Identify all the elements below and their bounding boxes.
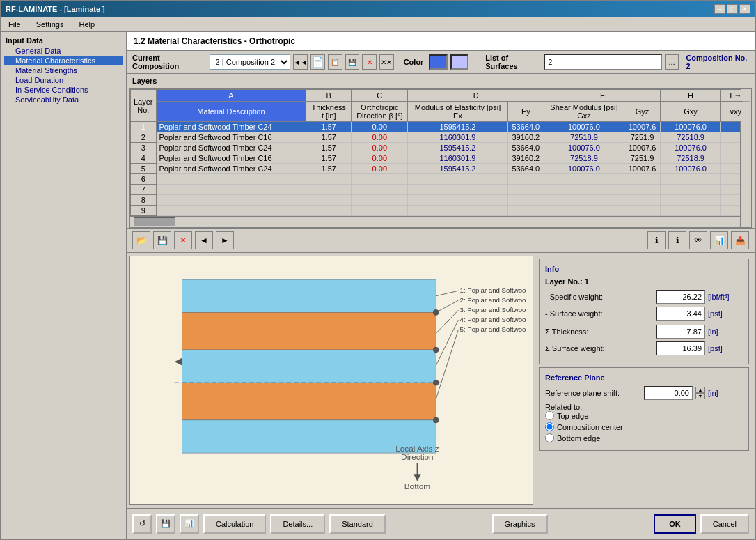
surface-weight-row: - Surface weight: [psf] [545, 307, 743, 321]
view-btn[interactable]: 👁 [689, 231, 707, 249]
add-btn[interactable]: 📄 [310, 54, 325, 70]
next-row-btn[interactable]: ► [216, 231, 234, 249]
maximize-button[interactable]: □ [727, 4, 738, 14]
menu-settings[interactable]: Settings [32, 19, 68, 30]
sidebar-item-in-service-conditions[interactable]: In-Service Conditions [4, 85, 123, 95]
row-gyz: 10007.6 [624, 143, 661, 153]
surface-weight2-row: Σ Surface weight: [psf] [545, 341, 743, 355]
row-gxy: 72518.9 [661, 153, 720, 164]
radio-top-edge-input[interactable] [545, 411, 554, 420]
sidebar-item-material-characteristics[interactable]: Material Characteristics [4, 56, 123, 65]
chart-btn[interactable]: 📊 [710, 231, 728, 249]
prev-btn[interactable]: ◄◄ [293, 54, 308, 70]
delete-btn[interactable]: ✕ [362, 54, 377, 70]
surface-weight-input[interactable] [656, 307, 705, 321]
extra-btn[interactable]: ✕✕ [379, 54, 394, 70]
prev-row-btn[interactable]: ◄ [195, 231, 213, 249]
color-btn-blue[interactable] [429, 54, 447, 70]
thickness-input[interactable] [656, 325, 705, 339]
table-row[interactable]: 6 [131, 174, 751, 185]
menu-help[interactable]: Help [74, 19, 99, 30]
nav-btn-3[interactable]: 📊 [180, 514, 199, 534]
table-row[interactable]: 5Poplar and Softwood Timber C241.570.001… [131, 164, 751, 174]
surfaces-input[interactable] [544, 54, 662, 70]
details-button[interactable]: Details... [270, 514, 325, 534]
standard-button[interactable]: Standard [329, 514, 386, 534]
row-ex: 1595415.2 [408, 143, 507, 153]
copy-btn[interactable]: 📋 [328, 54, 342, 70]
current-composition-label: Current Composition [132, 54, 204, 70]
spin-down-btn[interactable]: ▼ [695, 393, 705, 399]
row-material: Poplar and Softwood Timber C24 [156, 122, 306, 132]
info-btn1[interactable]: ℹ [647, 231, 666, 249]
bottom-label: Bottom [404, 481, 431, 491]
scrollbar-thumb-h [134, 217, 175, 226]
row-gyz [624, 174, 661, 185]
row-ex: 1595415.2 [408, 164, 507, 174]
sidebar-item-load-duration[interactable]: Load Duration [4, 75, 123, 85]
list-of-surfaces-label: List of Surfaces [485, 54, 539, 70]
ref-shift-row: Reference plane shift: ▲ ▼ [in] [545, 386, 743, 400]
layers-table-container[interactable]: LayerNo. A B C D F H I → Material Descri… [129, 88, 752, 228]
row-gxy: 72518.9 [661, 132, 720, 143]
sidebar-item-general-data[interactable]: General Data [4, 46, 123, 56]
col-e-sub-header: Ey [507, 102, 544, 122]
table-row[interactable]: 9 [131, 206, 751, 216]
spin-up-btn[interactable]: ▲ [695, 387, 705, 393]
col-b-header: B [306, 90, 352, 102]
export-btn[interactable]: 📤 [731, 231, 749, 249]
browse-btn[interactable]: ... [665, 54, 679, 70]
ok-button[interactable]: OK [654, 514, 696, 534]
sidebar-item-serviceability-data[interactable]: Serviceability Data [4, 95, 123, 105]
legend-5: 5: Poplar and Softwood Timber C24 [460, 325, 526, 333]
close-button[interactable]: ✕ [739, 4, 750, 14]
table-row[interactable]: 2Poplar and Softwood Timber C161.570.001… [131, 132, 751, 143]
save-btn[interactable]: 💾 [345, 54, 360, 70]
related-to-label-row: Related to: [545, 403, 743, 411]
cancel-button[interactable]: Cancel [700, 514, 749, 534]
row-thickness: 1.57 [306, 132, 352, 143]
graphics-button[interactable]: Graphics [492, 514, 548, 534]
table-row[interactable]: 7 [131, 185, 751, 195]
menu-file[interactable]: File [4, 19, 25, 30]
sidebar-item-material-strengths[interactable]: Material Strengths [4, 65, 123, 75]
table-row[interactable]: 4Poplar and Softwood Timber C161.570.001… [131, 153, 751, 164]
row-no: 2 [131, 132, 157, 143]
row-gxz: 100076.0 [544, 122, 624, 132]
col-d-sub-header: Modulus of Elasticity [psi]Ex [408, 102, 507, 122]
col-a-header: A [156, 90, 306, 102]
svg-line-11 [436, 291, 458, 296]
nav-btn-2[interactable]: 💾 [156, 514, 175, 534]
calculation-button[interactable]: Calculation [203, 514, 266, 534]
row-thickness [306, 195, 352, 206]
row-no: 5 [131, 164, 157, 174]
minimize-button[interactable]: ─ [714, 4, 725, 14]
table-row[interactable]: 3Poplar and Softwood Timber C241.570.001… [131, 143, 751, 153]
col-d-header: D [408, 90, 544, 102]
composition-dropdown[interactable]: 2 | Composition 2 [210, 54, 290, 70]
sidebar-section-label: Input Data [4, 36, 123, 45]
svg-line-14 [436, 320, 458, 365]
radio-composition-center-input[interactable] [545, 422, 554, 431]
table-row[interactable]: 1Poplar and Softwood Timber C241.570.001… [131, 122, 751, 132]
svg-line-15 [436, 330, 458, 399]
open-btn[interactable]: 📂 [132, 231, 150, 249]
color-btn-light[interactable] [450, 54, 468, 70]
bottom-area: 1: Poplar and Softwood Timber C24 2: Pop… [127, 253, 755, 508]
specific-weight-input[interactable] [656, 290, 705, 304]
row-ey [507, 195, 544, 206]
horizontal-scrollbar[interactable] [130, 216, 740, 227]
radio-bottom-edge-input[interactable] [545, 433, 554, 442]
table-row[interactable]: 8 [131, 195, 751, 206]
diagram-area: 1: Poplar and Softwood Timber C24 2: Pop… [129, 256, 533, 505]
info-btn2[interactable]: ℹ [668, 231, 686, 249]
specific-weight-unit: [lbf/ft³] [708, 293, 743, 301]
delete-row-btn[interactable]: ✕ [174, 231, 192, 249]
svg-rect-1 [182, 312, 436, 350]
save-file-btn[interactable]: 💾 [153, 231, 171, 249]
svg-rect-3 [182, 383, 436, 420]
title-bar: RF-LAMINATE - [Laminate ] ─ □ ✕ [1, 1, 755, 17]
nav-btn-1[interactable]: ↺ [132, 514, 152, 534]
surface-weight2-input[interactable] [656, 341, 705, 355]
ref-shift-input[interactable] [644, 386, 693, 400]
